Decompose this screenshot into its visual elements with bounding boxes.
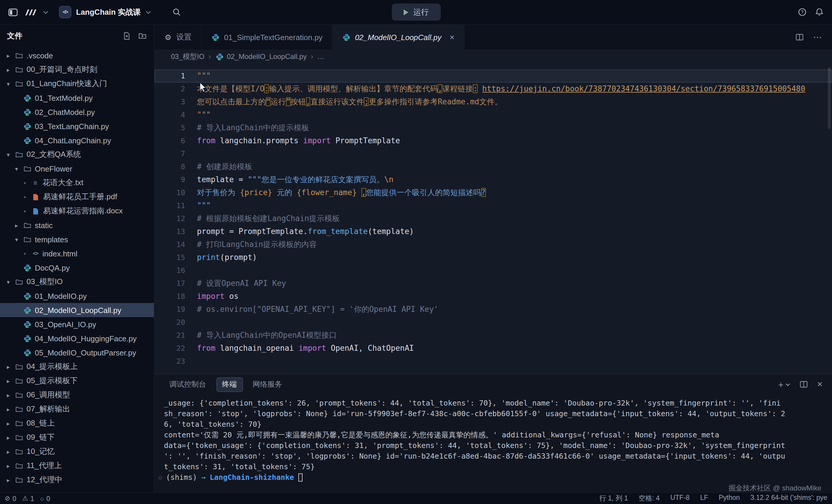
split-panel-icon[interactable] xyxy=(799,380,808,389)
code-line-11[interactable]: 11""" xyxy=(155,199,832,212)
help-icon[interactable]: ? xyxy=(798,8,807,17)
chevron-right-icon[interactable]: ▸ xyxy=(5,392,12,398)
tree-folder-2[interactable]: ▾01_LangChain快速入门 xyxy=(0,77,154,91)
tree-file-15[interactable]: DocQA.py xyxy=(0,261,154,275)
project-switcher[interactable]: </> LangChain 实战课 xyxy=(59,6,151,18)
code-line-13[interactable]: 13prompt = PromptTemplate.from_template(… xyxy=(155,225,832,238)
close-panel-icon[interactable]: × xyxy=(817,379,823,390)
status-warning-count[interactable]: ⚠1 xyxy=(22,495,34,502)
chevron-down-icon[interactable]: ▾ xyxy=(5,151,12,158)
code-line-20[interactable]: 20 xyxy=(155,316,832,329)
notifications-bell-icon[interactable] xyxy=(815,8,824,17)
status-language-mode[interactable]: Python xyxy=(719,494,740,503)
tree-folder-1[interactable]: ▸00_开篇词_奇点时刻 xyxy=(0,62,154,77)
new-file-icon[interactable] xyxy=(123,32,131,40)
breadcrumb-item-1[interactable]: 02_ModelIO_LoopCall.py xyxy=(215,52,307,61)
toggle-sidebar-icon[interactable] xyxy=(8,7,18,17)
code-line-23[interactable]: 23 xyxy=(155,355,832,368)
tree-file-4[interactable]: 02_ChatModel.py xyxy=(0,105,154,119)
breadcrumb-item-2[interactable]: … xyxy=(317,52,324,61)
code-line-19[interactable]: 19# os.environ["OPENAI_API_KEY"] = '你的Op… xyxy=(155,303,832,316)
app-logo-icon[interactable] xyxy=(24,7,37,17)
chevron-down-icon[interactable]: ▾ xyxy=(13,165,20,172)
new-terminal-icon[interactable]: + xyxy=(778,379,790,389)
tree-file-5[interactable]: 03_TextLangChain.py xyxy=(0,119,154,133)
tree-folder-24[interactable]: ▸06_调用模型 xyxy=(0,388,154,402)
breadcrumb-item-0[interactable]: 03_模型IO xyxy=(171,52,204,61)
code-line-10[interactable]: 10对于售价为 {price} 元的 {flower_name} ,您能提供一个… xyxy=(155,186,832,199)
tree-file-10[interactable]: •易速鲜花员工手册.pdf xyxy=(0,190,154,204)
chevron-down-icon[interactable]: ▾ xyxy=(13,236,20,243)
terminal-output[interactable]: _usage: {'completion_tokens': 26, 'promp… xyxy=(155,394,832,492)
status-eol[interactable]: LF xyxy=(700,494,708,503)
run-button[interactable]: 运行 xyxy=(392,3,440,21)
code-line-6[interactable]: 6from langchain.prompts import PromptTem… xyxy=(155,134,832,148)
tree-folder-27[interactable]: ▸09_链下 xyxy=(0,430,154,445)
chevron-right-icon[interactable]: ▸ xyxy=(5,420,12,426)
tree-folder-25[interactable]: ▸07_解析输出 xyxy=(0,402,154,416)
status-info-count[interactable]: ○0 xyxy=(40,495,50,502)
editor-tab-2[interactable]: 02_ModelIO_LoopCall.py× xyxy=(333,25,465,50)
code-line-4[interactable]: 4""" xyxy=(155,108,832,122)
code-line-21[interactable]: 21# 导入LangChain中的OpenAI模型接口 xyxy=(155,329,832,342)
code-line-9[interactable]: 9template = """您是一位专业的鲜花店文案撰写员。\n xyxy=(155,173,832,186)
chevron-right-icon[interactable]: ▸ xyxy=(5,406,12,412)
close-tab-icon[interactable]: × xyxy=(450,33,454,41)
panel-tab-0[interactable]: 调试控制台 xyxy=(164,377,211,391)
chevron-right-icon[interactable]: ▸ xyxy=(5,434,12,441)
tree-folder-22[interactable]: ▸04_提示模板上 xyxy=(0,360,154,374)
tree-file-19[interactable]: 03_OpenAI_IO.py xyxy=(0,317,154,331)
chevron-right-icon[interactable]: ▸ xyxy=(5,448,12,455)
code-line-12[interactable]: 12# 根据原始模板创建LangChain提示模板 xyxy=(155,212,832,225)
tree-folder-0[interactable]: ▸.vscode xyxy=(0,48,154,62)
code-line-3[interactable]: 3您可以点击最上方的“运行”按钮,直接运行该文件;更多操作指引请参考Readme… xyxy=(155,96,832,108)
tree-folder-29[interactable]: ▸11_代理上 xyxy=(0,459,154,473)
tree-folder-8[interactable]: ▾OneFlower xyxy=(0,161,154,176)
tree-file-14[interactable]: •<>index.html xyxy=(0,246,154,261)
code-line-17[interactable]: 17# 设置OpenAI API Key xyxy=(155,277,832,290)
tree-folder-16[interactable]: ▾03_模型IO xyxy=(0,275,154,289)
search-icon[interactable] xyxy=(172,8,181,17)
status-encoding[interactable]: UTF-8 xyxy=(671,494,690,503)
code-line-18[interactable]: 18import os xyxy=(155,290,832,303)
code-line-8[interactable]: 8# 创建原始模板 xyxy=(155,160,832,173)
new-folder-icon[interactable] xyxy=(138,32,147,40)
status-cursor-position[interactable]: 行 1, 列 1 xyxy=(599,494,628,503)
tree-file-17[interactable]: 01_ModelIO.py xyxy=(0,289,154,303)
chevron-down-icon[interactable]: ▾ xyxy=(5,80,12,87)
tree-file-6[interactable]: 04_ChatLangChain.py xyxy=(0,133,154,148)
code-line-16[interactable]: 16 xyxy=(155,264,832,277)
code-area[interactable]: 1"""2本文件是【模型I/O:输入提示、调用模型、解析输出】章节的配套代码,课… xyxy=(155,64,832,374)
code-line-14[interactable]: 14# 打印LangChain提示模板的内容 xyxy=(155,238,832,251)
tree-file-11[interactable]: •易速鲜花运营指南.docx xyxy=(0,204,154,218)
tree-file-9[interactable]: •≡花语大全.txt xyxy=(0,176,154,190)
editor-tab-1[interactable]: 01_SimpleTextGeneration.py xyxy=(202,25,333,50)
tree-folder-28[interactable]: ▸10_记忆 xyxy=(0,445,154,459)
tree-folder-30[interactable]: ▸12_代理中 xyxy=(0,473,154,487)
chevron-right-icon[interactable]: ▸ xyxy=(5,477,12,483)
tree-folder-23[interactable]: ▸05_提示模板下 xyxy=(0,374,154,388)
editor-scrollbar[interactable] xyxy=(828,67,831,129)
more-actions-icon[interactable]: ⋯ xyxy=(813,32,823,43)
chevron-right-icon[interactable]: ▸ xyxy=(5,364,12,370)
status-interpreter[interactable]: 3.12.2 64-bit ('shims': pye xyxy=(750,494,827,503)
tree-file-18[interactable]: 02_ModelIO_LoopCall.py xyxy=(0,303,154,317)
status-error-count[interactable]: ⊘0 xyxy=(5,495,16,502)
chevron-right-icon[interactable]: ▸ xyxy=(5,66,12,73)
split-editor-icon[interactable] xyxy=(796,33,804,41)
chevron-right-icon[interactable]: ▸ xyxy=(5,377,12,384)
status-indentation[interactable]: 空格: 4 xyxy=(639,494,660,503)
code-line-7[interactable]: 7 xyxy=(155,148,832,160)
tree-folder-7[interactable]: ▾02_文档QA系统 xyxy=(0,148,154,161)
panel-tab-2[interactable]: 网络服务 xyxy=(248,377,287,391)
chevron-right-icon[interactable]: ▸ xyxy=(5,462,12,469)
code-line-5[interactable]: 5# 导入LangChain中的提示模板 xyxy=(155,122,832,134)
chevron-right-icon[interactable]: ▸ xyxy=(13,222,20,229)
code-line-1[interactable]: 1""" xyxy=(155,70,832,82)
chevron-down-icon[interactable]: ▾ xyxy=(5,278,12,285)
code-line-22[interactable]: 22from langchain_openai import OpenAI, C… xyxy=(155,342,832,355)
chevron-right-icon[interactable]: ▸ xyxy=(5,52,12,59)
tree-folder-13[interactable]: ▾templates xyxy=(0,232,154,246)
tree-folder-26[interactable]: ▸08_链上 xyxy=(0,416,154,430)
logo-chevron-down-icon[interactable] xyxy=(43,10,48,14)
